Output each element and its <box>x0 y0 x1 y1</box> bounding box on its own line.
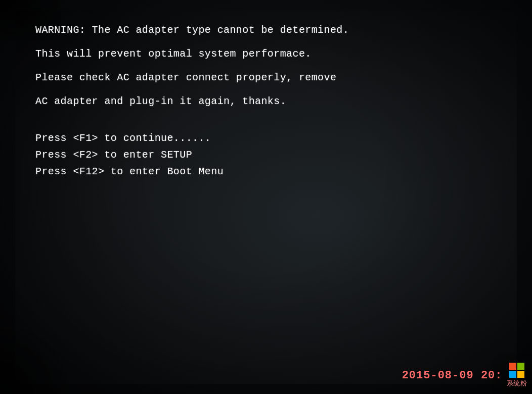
bios-press-f1: Press <F1> to continue...... <box>35 131 502 145</box>
tile-yellow <box>517 371 524 378</box>
bios-press-f12: Press <F12> to enter Boot Menu <box>35 164 502 179</box>
watermark-site-name: 系统粉 <box>507 379 527 388</box>
tile-blue <box>509 371 516 378</box>
bios-blank-line <box>35 118 502 129</box>
watermark: 2015-08-09 20: 系统粉 <box>402 363 527 388</box>
tile-green <box>517 363 524 370</box>
bios-warning-line1: WARNING: The AC adapter type cannot be d… <box>35 23 502 37</box>
windows-logo-icon <box>509 363 524 378</box>
watermark-date: 2015-08-09 20: <box>402 369 503 382</box>
bios-text-area: WARNING: The AC adapter type cannot be d… <box>35 23 502 343</box>
screen-container: WARNING: The AC adapter type cannot be d… <box>0 0 532 394</box>
watermark-logo: 系统粉 <box>507 363 527 388</box>
bios-warning-line2: This will prevent optimal system perform… <box>35 46 502 61</box>
bios-warning-line3: Please check AC adapter connect properly… <box>35 70 502 85</box>
bios-press-f2: Press <F2> to enter SETUP <box>35 147 502 162</box>
tile-red <box>509 363 516 370</box>
bios-warning-line4: AC adapter and plug-in it again, thanks. <box>35 94 502 109</box>
